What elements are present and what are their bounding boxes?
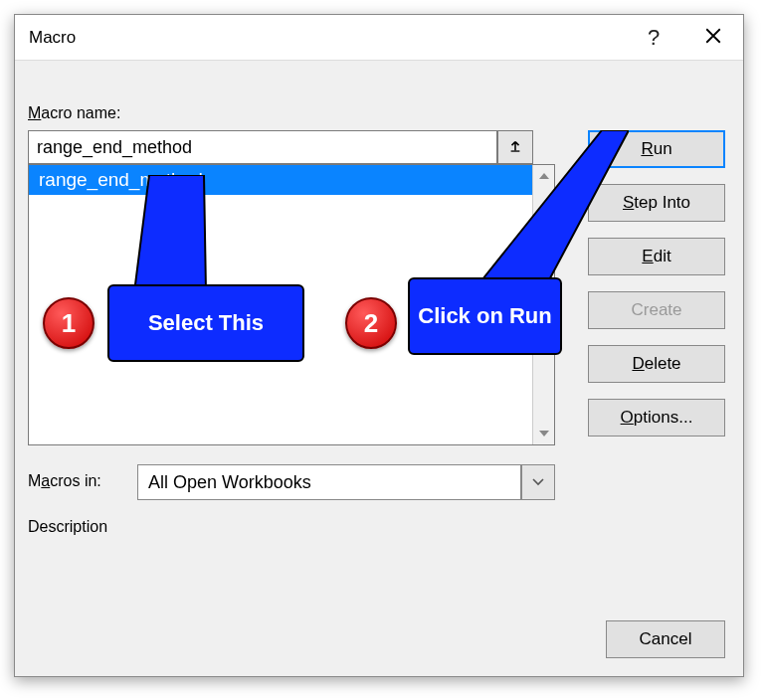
description-label: Description (28, 518, 107, 536)
macros-in-selected: All Open Workbooks (137, 464, 521, 500)
close-button[interactable] (683, 15, 743, 61)
delete-button[interactable]: Delete (588, 345, 725, 383)
run-button[interactable]: Run (588, 130, 725, 168)
macro-dialog: Macro ? Macro name: range_end_method (14, 14, 744, 677)
macro-name-label: Macro name: (28, 104, 120, 122)
step-into-button[interactable]: Step Into (588, 184, 725, 222)
callout-click-run: Click on Run (408, 277, 562, 355)
edit-button[interactable]: Edit (588, 238, 725, 275)
callout-select-this: Select This (107, 284, 304, 362)
help-button[interactable]: ? (624, 15, 683, 61)
svg-rect-0 (511, 150, 520, 151)
cancel-button[interactable]: Cancel (606, 620, 725, 658)
macro-list-item-selected[interactable]: range_end_method (29, 165, 554, 195)
macro-name-input[interactable] (28, 130, 497, 164)
help-icon: ? (648, 25, 660, 51)
options-button[interactable]: Options... (588, 399, 725, 437)
macros-in-dropdown[interactable]: All Open Workbooks (137, 464, 555, 500)
step-badge-1: 1 (43, 297, 95, 349)
dialog-content: Macro name: range_end_method Macr (15, 61, 743, 676)
scroll-up-icon[interactable] (533, 165, 555, 187)
arrow-up-icon (508, 139, 522, 156)
create-button: Create (588, 291, 725, 329)
titlebar: Macro ? (15, 15, 743, 61)
scroll-down-icon[interactable] (533, 423, 555, 444)
chevron-down-icon[interactable] (521, 464, 555, 500)
button-column: Run Step Into Edit Create Delete Options… (588, 130, 725, 437)
step-badge-2: 2 (345, 297, 397, 349)
close-icon (704, 25, 722, 51)
macros-in-label: Macros in: (28, 472, 101, 490)
dialog-title: Macro (29, 28, 624, 48)
macro-name-jump-button[interactable] (497, 130, 533, 164)
